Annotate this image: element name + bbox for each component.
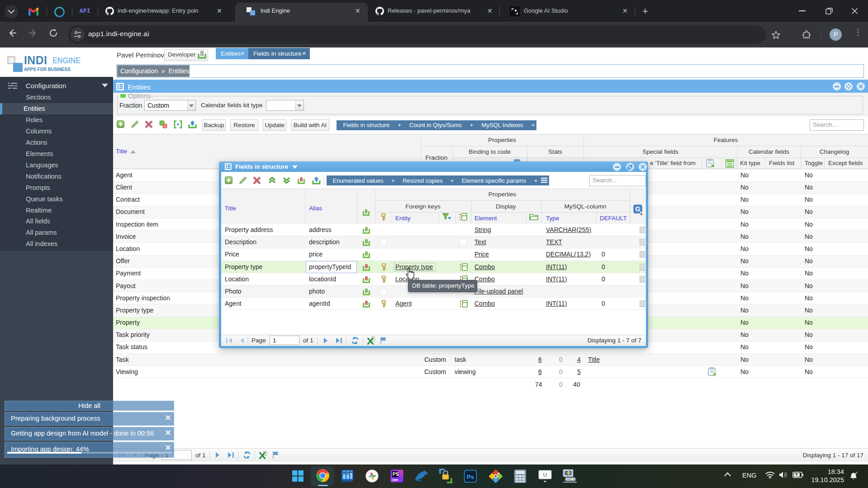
svg-text:Ps: Ps	[467, 474, 474, 480]
svg-text:PS: PS	[393, 472, 399, 477]
svg-text:x: x	[640, 212, 643, 216]
svg-text:z: z	[856, 471, 858, 474]
svg-text:G: G	[635, 205, 640, 213]
